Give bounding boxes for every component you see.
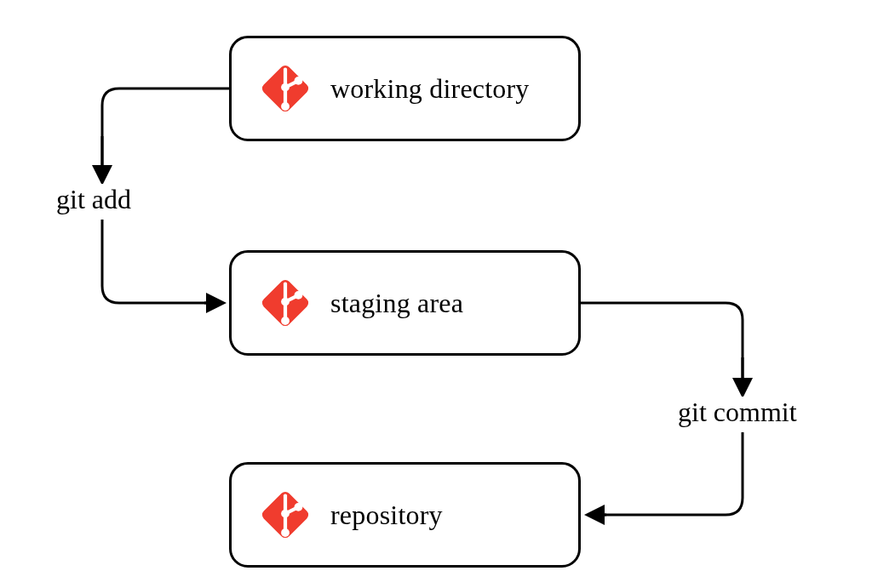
edge-label-git-commit: git commit: [678, 397, 797, 428]
svg-point-19: [281, 528, 290, 537]
git-icon: [252, 55, 318, 122]
svg-point-18: [281, 510, 290, 518]
node-label-staging-area: staging area: [330, 288, 463, 319]
edge-label-git-add: git add: [56, 184, 131, 215]
node-staging-area: staging area: [229, 250, 581, 356]
git-icon: [252, 270, 318, 336]
node-repository: repository: [229, 462, 581, 568]
svg-point-11: [281, 298, 290, 306]
git-workflow-diagram: working directory staging area: [0, 0, 872, 588]
svg-point-12: [281, 317, 290, 325]
node-label-working-directory: working directory: [330, 73, 530, 105]
node-working-directory: working directory: [229, 36, 581, 141]
svg-point-20: [295, 503, 303, 511]
svg-point-13: [295, 291, 303, 300]
svg-point-5: [281, 102, 290, 111]
git-icon: [252, 482, 318, 548]
svg-point-6: [295, 77, 303, 85]
node-label-repository: repository: [330, 500, 443, 531]
svg-point-4: [281, 83, 290, 92]
